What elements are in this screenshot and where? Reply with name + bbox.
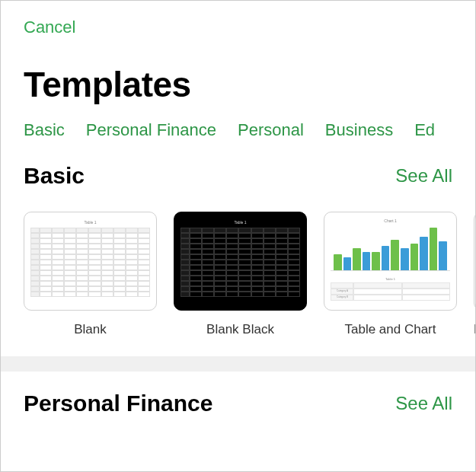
template-label: Blank [24, 322, 157, 337]
section-header: Basic See All [24, 163, 475, 189]
template-blank[interactable]: Table 1 [24, 212, 157, 337]
section-basic: Basic See All Table 1 [1, 163, 475, 356]
template-label: Table and Chart [324, 322, 457, 337]
template-label: Piv [474, 322, 475, 337]
tab-personal[interactable]: Personal [238, 120, 304, 140]
cancel-button[interactable]: Cancel [1, 1, 98, 45]
tab-personal-finance[interactable]: Personal Finance [86, 120, 216, 140]
see-all-personal-finance[interactable]: See All [395, 393, 452, 414]
template-thumb-blank-black: Table 1 [174, 212, 307, 311]
template-row-basic: Table 1 [24, 212, 475, 356]
section-header: Personal Finance See All [24, 391, 475, 416]
section-title-basic: Basic [24, 163, 85, 189]
template-chooser: Cancel Templates Basic Personal Finance … [0, 0, 476, 472]
see-all-basic[interactable]: See All [395, 165, 452, 187]
template-pivot[interactable]: Pivot T Piv [474, 212, 475, 337]
tab-business[interactable]: Business [325, 120, 393, 140]
template-table-and-chart[interactable]: Chart 1 [324, 212, 457, 337]
template-blank-black[interactable]: Table 1 [174, 212, 307, 337]
section-title-personal-finance: Personal Finance [24, 391, 212, 416]
section-personal-finance: Personal Finance See All [1, 372, 475, 416]
template-thumb-pivot: Pivot T [474, 212, 475, 311]
template-label: Blank Black [174, 322, 307, 337]
category-tabs: Basic Personal Finance Personal Business… [1, 120, 475, 163]
template-thumb-blank: Table 1 [24, 212, 157, 311]
tab-basic[interactable]: Basic [24, 120, 65, 140]
tab-education[interactable]: Ed [414, 120, 435, 140]
page-title: Templates [1, 45, 475, 120]
template-thumb-table-and-chart: Chart 1 [324, 212, 457, 311]
section-divider [1, 356, 475, 372]
